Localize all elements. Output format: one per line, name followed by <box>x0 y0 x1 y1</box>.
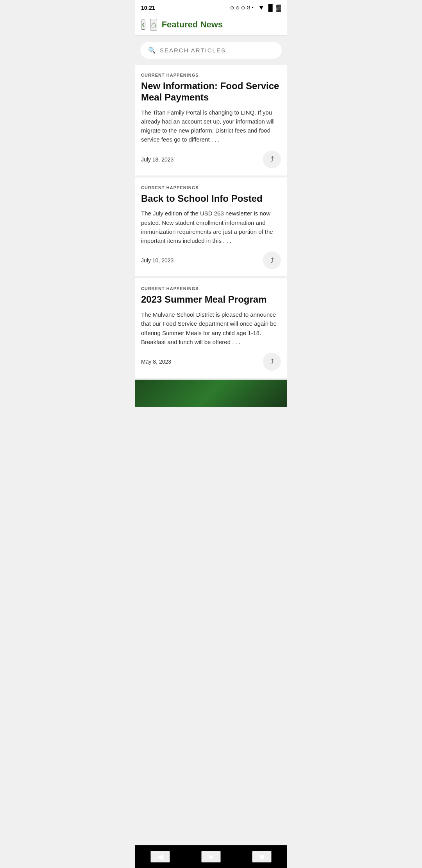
news-excerpt-1: The Titan Family Portal is changing to L… <box>141 108 281 144</box>
news-category-2: CURRENT HAPPENINGS <box>141 185 281 190</box>
share-button-1[interactable]: ⤴ <box>263 151 281 169</box>
back-button[interactable]: ‹ <box>141 20 145 30</box>
search-icon: 🔍 <box>148 47 156 54</box>
search-container: 🔍 <box>135 36 287 65</box>
news-list: CURRENT HAPPENINGS New Information: Food… <box>135 65 287 407</box>
app-icon-2: ⊙ <box>236 5 240 11</box>
news-date-3: May 8, 2023 <box>141 359 171 365</box>
google-icon: G <box>247 5 250 11</box>
share-button-3[interactable]: ⤴ <box>263 353 281 371</box>
status-time: 10:21 <box>141 5 155 11</box>
news-category-1: CURRENT HAPPENINGS <box>141 73 281 77</box>
news-title-3: 2023 Summer Meal Program <box>141 294 281 305</box>
app-icon-3: ⊙ <box>241 5 245 11</box>
search-input[interactable] <box>160 47 274 54</box>
news-title-1: New Information: Food Service Meal Payme… <box>141 81 281 103</box>
news-footer-1: July 18, 2023 ⤴ <box>141 151 281 169</box>
share-button-2[interactable]: ⤴ <box>263 251 281 269</box>
news-card-image-preview[interactable] <box>135 380 287 407</box>
dot-icon: • <box>252 5 254 11</box>
signal-icon: ▐▌ <box>266 4 275 11</box>
app-bar: ‹ ⌂ Featured News <box>135 14 287 36</box>
news-title-2: Back to School Info Posted <box>141 193 281 204</box>
status-icons: ⊙ ⊙ ⊙ G • ▼ ▐▌ ▓ <box>230 4 281 11</box>
share-icon-1: ⤴ <box>270 155 274 163</box>
news-card-2[interactable]: CURRENT HAPPENINGS Back to School Info P… <box>135 178 287 277</box>
status-bar: 10:21 ⊙ ⊙ ⊙ G • ▼ ▐▌ ▓ <box>135 0 287 14</box>
wifi-icon: ▼ <box>258 4 265 11</box>
search-bar: 🔍 <box>140 42 282 59</box>
battery-icon: ▓ <box>276 4 281 11</box>
news-footer-3: May 8, 2023 ⤴ <box>141 353 281 371</box>
article-image <box>135 380 287 407</box>
news-excerpt-3: The Mulvane School District is pleased t… <box>141 310 281 346</box>
news-excerpt-2: The July edition of the USD 263 newslett… <box>141 209 281 245</box>
home-button[interactable]: ⌂ <box>150 19 157 30</box>
news-card-1[interactable]: CURRENT HAPPENINGS New Information: Food… <box>135 65 287 176</box>
share-icon-2: ⤴ <box>270 256 274 265</box>
news-date-1: July 18, 2023 <box>141 156 173 163</box>
news-category-3: CURRENT HAPPENINGS <box>141 286 281 291</box>
share-icon-3: ⤴ <box>270 358 274 366</box>
app-icon-1: ⊙ <box>230 5 234 11</box>
news-card-3[interactable]: CURRENT HAPPENINGS 2023 Summer Meal Prog… <box>135 278 287 378</box>
page-title: Featured News <box>162 20 223 30</box>
news-date-2: July 10, 2023 <box>141 257 173 264</box>
news-footer-2: July 10, 2023 ⤴ <box>141 251 281 269</box>
